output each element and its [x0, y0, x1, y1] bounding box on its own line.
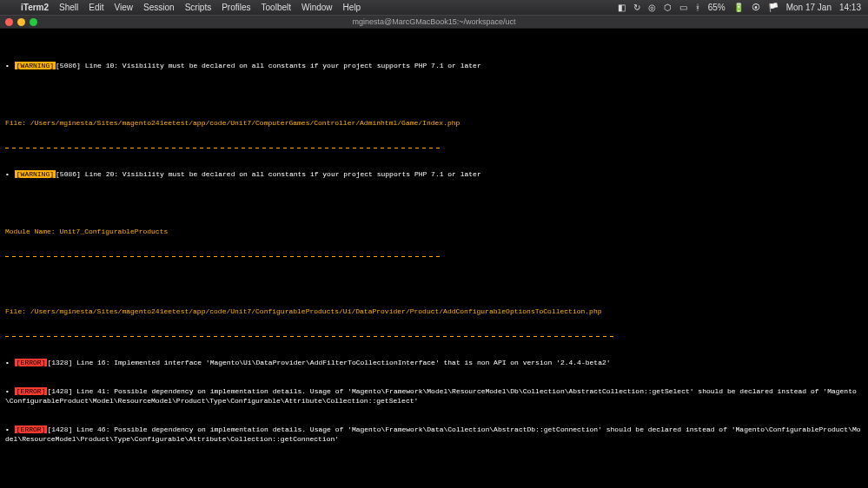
menu-view[interactable]: View [115, 3, 134, 12]
status-battery-icon[interactable]: 🔋 [733, 3, 744, 12]
status-date[interactable]: Mon 17 Jan [786, 3, 832, 12]
log-line: [1328] Line 16: Implemented interface 'M… [47, 359, 610, 366]
log-line: [1428] Line 46: Possible dependency on i… [5, 425, 861, 443]
menu-session[interactable]: Session [143, 3, 175, 12]
warning-badge: [WARNING] [15, 62, 56, 69]
error-badge: [ERROR] [15, 359, 48, 366]
menu-help[interactable]: Help [343, 3, 361, 12]
status-dropbox-icon[interactable]: ⬡ [664, 3, 672, 12]
log-line: [1428] Line 41: Possible dependency on i… [5, 387, 857, 405]
status-bluetooth-icon[interactable]: ᚼ [695, 3, 700, 12]
divider [5, 148, 440, 148]
status-sync-icon[interactable]: ↻ [633, 3, 640, 12]
status-display-icon[interactable]: ▭ [679, 3, 687, 12]
module-name: Module Name: Unit7_ConfigurableProducts [5, 227, 863, 236]
menubar-app-name[interactable]: iTerm2 [21, 3, 49, 12]
menu-edit[interactable]: Edit [89, 3, 103, 12]
menu-toolbelt[interactable]: Toolbelt [262, 3, 291, 12]
log-line: [5086] Line 20: Visibility must be decla… [56, 170, 481, 178]
status-circle-icon[interactable]: ◎ [648, 3, 656, 12]
status-flag-icon[interactable]: 🏳️ [768, 3, 779, 12]
menu-profiles[interactable]: Profiles [222, 3, 250, 12]
error-badge: [ERROR] [15, 425, 48, 433]
file-path: File: /Users/mginesta/Sites/magento241ee… [5, 307, 863, 316]
divider [5, 256, 440, 257]
status-app-icon[interactable]: ◧ [618, 3, 626, 12]
terminal-viewport[interactable]: • [WARNING][5086] Line 10: Visibility mu… [0, 29, 868, 488]
status-battery-percent[interactable]: 65% [708, 3, 726, 12]
error-badge: [ERROR] [15, 387, 48, 395]
file-path: File: /Users/mginesta/Sites/magento241ee… [5, 118, 863, 128]
window-close-button[interactable] [5, 18, 13, 26]
menu-shell[interactable]: Shell [59, 3, 78, 12]
menu-scripts[interactable]: Scripts [185, 3, 212, 12]
window-minimize-button[interactable] [17, 18, 25, 26]
window-titlebar: mginesta@MarcGMacBook15:~/workspace/uct [0, 15, 868, 29]
log-line: [5086] Line 10: Visibility must be decla… [56, 62, 481, 69]
window-title: mginesta@MarcGMacBook15:~/workspace/uct [0, 17, 868, 26]
status-wifi-icon[interactable]: ⦿ [752, 3, 760, 12]
macos-menubar: iTerm2 Shell Edit View Session Scripts P… [0, 0, 868, 15]
status-time[interactable]: 14:13 [839, 3, 861, 12]
window-zoom-button[interactable] [30, 18, 37, 26]
menu-window[interactable]: Window [301, 3, 333, 12]
warning-badge: [WARNING] [15, 170, 56, 178]
divider [5, 336, 613, 337]
